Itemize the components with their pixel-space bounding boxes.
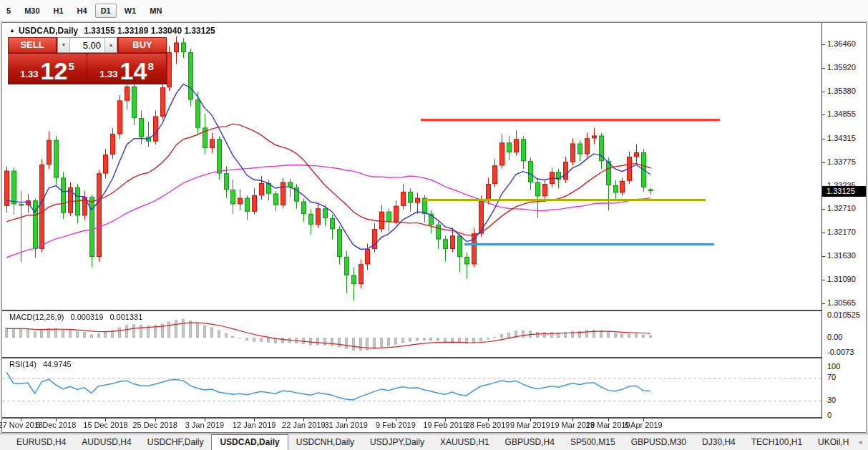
sell-price-tile[interactable]: 1.33 12 5 [8, 54, 87, 84]
date-axis-label: 9 Mar 2019 [510, 421, 550, 429]
rsi-axis-label: 100 [827, 362, 840, 371]
date-axis-tick [572, 419, 573, 421]
date-axis-label: 28 Mar 2019 [586, 421, 630, 429]
date-axis-tick [205, 419, 205, 421]
date-axis-tick [608, 419, 609, 421]
tab-usdcad[interactable]: USDCAD,Daily [211, 434, 288, 450]
macd-axis-label: -0.0073 [827, 348, 854, 356]
rsi-name: RSI(14) [9, 360, 36, 368]
timeframe-button-w1[interactable]: W1 [119, 4, 142, 18]
volume-increase-icon[interactable]: ▲ [104, 38, 117, 52]
price-axis-label: 1.31630 [827, 251, 856, 260]
volume-decrease-icon[interactable]: ▼ [58, 38, 70, 52]
price-axis-tick [822, 92, 825, 92]
price-axis-label: 1.32710 [827, 204, 856, 212]
date-axis-label: 31 Jan 2019 [324, 421, 368, 429]
sell-price-big: 12 [41, 60, 68, 82]
price-axis-tick [822, 139, 825, 140]
volume-stepper: ▼ ▲ [57, 37, 117, 53]
timeframe-button-h4[interactable]: H4 [72, 4, 93, 18]
rsi-label: RSI(14) 44.9745 [9, 360, 76, 368]
price-axis-label: 1.30565 [827, 298, 856, 307]
date-axis-tick [530, 419, 531, 421]
rsi-axis-label: 30 [827, 396, 836, 404]
date-axis-tick [303, 419, 304, 421]
collapse-icon[interactable]: ▲ [9, 27, 15, 34]
price-axis-tick [822, 233, 825, 233]
date-axis-label: 9 Feb 2019 [376, 421, 416, 429]
buy-price-big: 14 [120, 60, 147, 82]
date-axis-label: 19 Feb 2019 [423, 421, 467, 429]
price-axis-tick [822, 303, 825, 304]
timeframe-button-m30[interactable]: M30 [19, 4, 45, 18]
tab-eurusd[interactable]: EURUSD,H4 [9, 435, 74, 450]
date-axis[interactable]: 27 Nov 20186 Dec 201815 Dec 201825 Dec 2… [2, 419, 866, 432]
price-axis-label: 1.34315 [827, 134, 856, 142]
tab-gbpusd[interactable]: GBPUSD,M30 [623, 435, 694, 450]
chart-ohlc-values: 1.33155 1.33189 1.33040 1.33125 [84, 26, 215, 36]
rsi-chart-canvas[interactable] [2, 358, 821, 417]
tab-xauusd[interactable]: XAUUSD,H1 [432, 435, 497, 450]
tab-gbpusd[interactable]: GBPUSD,H4 [497, 435, 562, 450]
tab-usdjpy[interactable]: USDJPY,Daily [362, 435, 432, 450]
symbol-tab-bar: EURUSD,H4AUDUSD,H4USDCHF,DailyUSDCAD,Dai… [0, 434, 868, 450]
price-axis-tick [822, 256, 825, 257]
one-click-trade-panel: SELL ▼ ▲ BUY 1.33 12 5 1.33 14 8 [8, 37, 167, 84]
date-axis-label: 22 Jan 2019 [282, 421, 326, 429]
timeframe-button-d1[interactable]: D1 [95, 4, 117, 18]
price-axis-tick [822, 68, 825, 69]
macd-axis-label: 0.00 [827, 333, 842, 341]
price-axis-tick [822, 280, 825, 280]
scroll-left-icon[interactable]: ◄ [857, 439, 863, 446]
buy-price-sup: 8 [147, 60, 153, 72]
trade-panel-price-row: 1.33 12 5 1.33 14 8 [8, 54, 167, 84]
timeframe-toolbar: 5M30H1H4D1W1MN [0, 0, 868, 21]
date-axis-label: 12 Jan 2019 [233, 421, 276, 429]
rsi-value: 44.9745 [43, 360, 72, 368]
chart-symbol: USDCAD,Daily [19, 26, 78, 36]
macd-signal-value: 0.001331 [109, 313, 142, 321]
price-axis-tick [822, 209, 825, 210]
buy-price-tile[interactable]: 1.33 14 8 [87, 54, 166, 84]
date-axis-tick [254, 419, 255, 421]
date-axis-label: 28 Feb 2019 [466, 421, 510, 429]
rsi-axis-label: 70 [827, 373, 836, 381]
date-axis-label: 6 Dec 2018 [36, 421, 76, 429]
buy-price-prefix: 1.33 [99, 69, 117, 79]
price-scale[interactable]: 1.364601.359201.353801.348551.343151.337… [822, 23, 866, 419]
tab-usdcnh[interactable]: USDCNH,Daily [288, 435, 362, 450]
macd-axis-label: 0.010525 [827, 310, 860, 319]
tab-dj30[interactable]: DJ30,H4 [694, 435, 743, 450]
macd-main-value: 0.000319 [70, 313, 103, 321]
tab-sp500[interactable]: SP500,M15 [562, 435, 623, 450]
volume-input[interactable] [70, 38, 104, 52]
date-axis-tick [346, 419, 347, 421]
date-axis-tick [445, 419, 446, 421]
toolbar-separator [173, 3, 174, 19]
sell-button[interactable]: SELL [8, 37, 57, 53]
tab-usdchf[interactable]: USDCHF,Daily [140, 435, 212, 450]
tab-ukoil[interactable]: UKOil,H [810, 435, 857, 450]
price-axis-label: 1.35920 [827, 63, 856, 72]
tab-tech100[interactable]: TECH100,H1 [743, 435, 810, 450]
macd-label: MACD(12,26,9) 0.000319 0.001331 [9, 313, 147, 321]
price-axis-label: 1.32170 [827, 228, 856, 236]
sell-price-sup: 5 [68, 60, 74, 72]
date-axis-tick [155, 419, 156, 421]
buy-button[interactable]: BUY [118, 37, 167, 53]
tab-audusd[interactable]: AUDUSD,H4 [74, 435, 139, 450]
timeframe-button-mn[interactable]: MN [144, 4, 167, 18]
date-axis-tick [643, 419, 644, 421]
trade-panel-top-row: SELL ▼ ▲ BUY [8, 37, 167, 53]
date-axis-label: 6 Apr 2019 [624, 421, 662, 429]
date-axis-tick [21, 419, 21, 421]
timeframe-button-5[interactable]: 5 [1, 4, 16, 18]
price-axis-tick [822, 44, 825, 45]
price-axis-tick [822, 162, 825, 163]
date-axis-tick [56, 419, 57, 421]
date-axis-label: 15 Dec 2018 [83, 421, 127, 429]
price-axis-label: 1.33775 [827, 157, 856, 166]
price-axis-label: 1.31090 [827, 275, 856, 283]
date-axis-tick [105, 419, 106, 421]
timeframe-button-h1[interactable]: H1 [48, 4, 69, 18]
